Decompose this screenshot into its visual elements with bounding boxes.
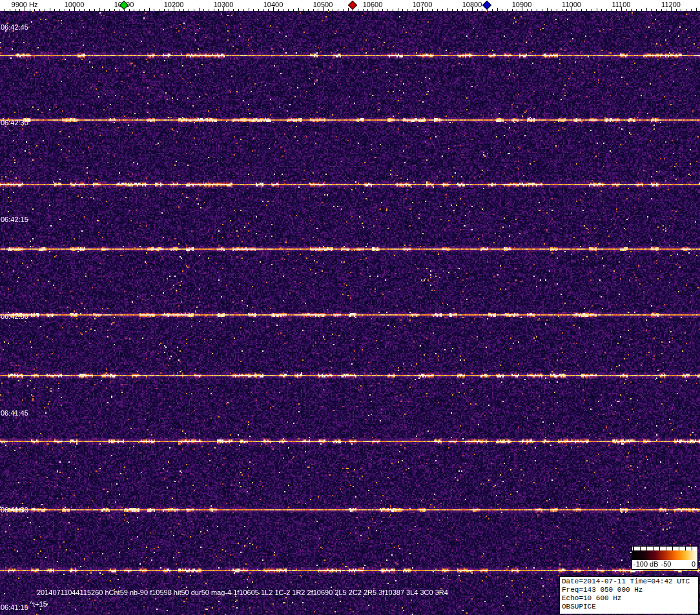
freq-tick-label: 10800: [462, 1, 482, 8]
freq-tick-label: 11000: [562, 1, 581, 8]
frequency-ruler: 9900 Hz100001010010200103001040010500106…: [0, 0, 700, 11]
freq-tick-label: 10500: [313, 1, 333, 8]
spectrogram-canvas[interactable]: [0, 11, 700, 615]
info-line: Freq=143 050 000 Hz: [562, 586, 696, 594]
freq-tick-label: 10000: [65, 1, 85, 8]
db-scale-gradient: [632, 550, 697, 560]
freq-tick-label: 10300: [214, 1, 234, 8]
info-line: Echo=10 600 Hz: [562, 594, 696, 603]
freq-tick-label: 10200: [164, 1, 184, 8]
db-scale-max-label: 0: [692, 560, 695, 568]
freq-tick-label: 10400: [263, 1, 283, 8]
freq-tick-label: 10600: [363, 1, 383, 8]
db-scale-min-label: -100 dB: [633, 560, 659, 568]
db-color-scale: -100 dB -50 0: [632, 546, 698, 570]
info-line: OBSUPICE: [562, 603, 696, 611]
observation-info-box: Date=2014-07-11 Time=04:42 UTCFreq=143 0…: [559, 576, 699, 614]
db-scale-labels: -100 dB -50 0: [632, 560, 697, 569]
db-scale-mid-label: -50: [661, 560, 672, 568]
freq-tick-label: 10700: [413, 1, 433, 8]
freq-tick-label: 11100: [612, 1, 631, 8]
freq-tick-label: 11200: [661, 1, 681, 8]
freq-tick-label: 10900: [512, 1, 532, 8]
spectrogram-area[interactable]: [0, 11, 700, 615]
info-line: Date=2014-07-11 Time=04:42 UTC: [562, 578, 696, 586]
freq-tick-label: 9900 Hz: [12, 1, 38, 8]
